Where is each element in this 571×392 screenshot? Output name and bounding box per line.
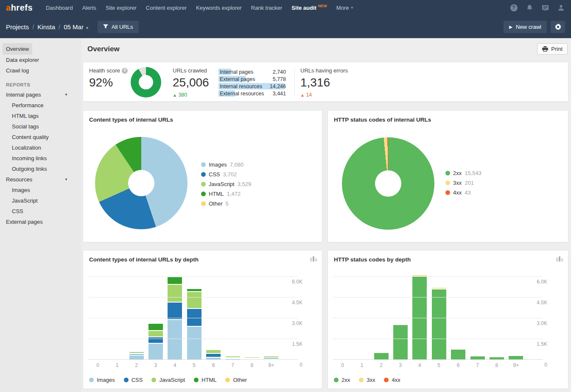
http-codes-donut-chart[interactable] [342,137,434,230]
sidebar-item-performance[interactable]: Performance [0,100,81,111]
legend-dot-icon [89,378,94,382]
bar-depth-9-javascript [263,356,279,358]
main-content: Overview Print Health score? 92% URLs cr… [81,38,571,392]
crawl-date-dropdown[interactable]: 05 Mar▾ [64,23,88,31]
y-axis-label: 4.5K [529,300,547,306]
nav-item-site-explorer[interactable]: Site explorer [101,0,141,15]
gridline [88,339,298,339]
x-axis-label: 1 [116,362,119,368]
legend-dot-icon [201,182,206,186]
sidebar-item-crawl-log[interactable]: Crawl log [0,65,81,76]
settings-gear-button[interactable] [551,21,565,33]
printer-icon [542,46,548,52]
bar-depth-6-javascript [206,350,221,354]
breadcrumb-separator: / [32,23,34,31]
bar-depth-3-javascript [148,331,163,337]
content-types-depth-plot[interactable]: 01.5K3.0K4.5K6.0K [88,270,298,360]
breakdown-row-external-pages: External pages5,778 [220,75,286,83]
x-axis-label: 7 [476,362,479,368]
sidebar-item-content-quality[interactable]: Content quality [0,132,81,142]
help-icon[interactable]: ? [509,3,518,12]
legend-dot-icon [445,181,450,185]
legend-item-other[interactable]: Other [225,377,247,383]
urls-errors-value: 1,316 [300,76,348,89]
summary-stats-card: Health score? 92% URLs crawled 25,006 ▲ … [83,62,568,102]
breadcrumb-project-name[interactable]: Kinsta [37,23,55,31]
sidebar-item-html-tags[interactable]: HTML tags [0,111,81,121]
health-score-value: 92% [89,76,128,89]
sidebar-item-external-pages[interactable]: External pages [0,217,81,227]
legend-item-images[interactable]: Images [89,377,115,383]
legend-item-2xx[interactable]: 2xx15,543 [445,170,481,176]
health-score-help-icon[interactable]: ? [122,68,128,74]
nav-item-alerts[interactable]: Alerts [78,0,101,15]
notifications-bell-icon[interactable] [525,3,534,12]
health-score-donut[interactable] [131,67,161,97]
legend-item-html[interactable]: HTML [194,377,216,383]
sidebar-item-resources[interactable]: Resources▼ [0,174,81,185]
legend-item-4xx[interactable]: 4xx [384,377,400,383]
sidebar-item-social-tags[interactable]: Social tags [0,121,81,132]
nav-item-site-audit[interactable]: Site auditNEW [287,0,332,15]
legend-item-images[interactable]: Images7,080 [201,161,251,168]
new-crawl-button[interactable]: ▶ New crawl [504,21,547,33]
gridline [88,297,298,297]
sidebar-item-internal-pages[interactable]: Internal pages▼ [0,89,81,100]
http-codes-legend: 2xx15,5433xx2014xx43 [445,170,481,196]
legend-dot-icon [201,172,206,177]
x-axis-labels: 0123456789+ [88,362,281,368]
legend-item-3xx[interactable]: 3xx [359,377,375,383]
gridline [333,297,543,297]
sidebar-item-incoming-links[interactable]: Incoming links [0,153,81,164]
gridline [88,276,298,277]
bar-depth-3-html [148,323,163,331]
breadcrumb-separator: / [59,23,60,31]
legend-item-javascript[interactable]: JavaScript3,529 [201,181,251,187]
legend-item-other[interactable]: Other5 [201,200,251,207]
sidebar-item-outgoing-links[interactable]: Outgoing links [0,164,81,174]
sidebar-item-localization[interactable]: Localization [0,142,81,153]
legend-dot-icon [334,378,339,382]
bar-depth-7-javascript [225,356,241,357]
nav-item-more[interactable]: More▾ [332,0,358,15]
nav-item-rank-tracker[interactable]: Rank tracker [246,0,287,15]
x-axis-label: 9+ [513,362,519,368]
all-urls-filter-button[interactable]: All URLs [98,21,139,33]
legend-item-css[interactable]: CSS3,702 [201,171,251,178]
sidebar-item-overview[interactable]: Overview [0,43,81,55]
legend-item-4xx[interactable]: 4xx43 [445,189,481,196]
account-icon[interactable] [557,3,565,12]
health-score-block: Health score? 92% [89,67,128,89]
sidebar-item-data-explorer[interactable]: Data explorer [0,55,81,65]
content-types-donut-chart[interactable] [95,137,188,229]
legend-item-3xx[interactable]: 3xx201 [445,180,481,186]
urls-errors-delta: ▲ 14 [300,92,348,98]
http-codes-depth-plot[interactable]: 01.5K3.0K4.5K6.0K [333,270,543,360]
main-nav: DashboardAlertsSite explorerContent expl… [41,0,358,15]
chart-type-icon[interactable] [556,256,563,261]
nav-item-content-explorer[interactable]: Content explorer [141,0,191,15]
nav-item-keywords-explorer[interactable]: Keywords explorer [191,0,246,15]
sidebar-item-javascript[interactable]: JavaScript [0,195,81,206]
x-axis-labels: 0123456789+ [333,362,526,368]
print-button[interactable]: Print [537,43,568,55]
y-axis-label: 6.0K [529,279,547,285]
triangle-up-icon: ▲ [300,93,305,97]
sidebar-item-images[interactable]: Images [0,185,81,195]
legend-dot-icon [225,378,230,382]
legend-item-javascript[interactable]: JavaScript [151,377,185,383]
legend-dot-icon [201,162,206,167]
legend-item-2xx[interactable]: 2xx [334,377,350,383]
feedback-icon[interactable] [541,3,549,12]
chart-type-icon[interactable] [310,256,317,261]
x-axis-label: 4 [174,362,176,368]
x-axis-label: 9+ [268,362,274,368]
sidebar-item-css[interactable]: CSS [0,206,81,217]
ahrefs-logo[interactable]: ahrefs [6,3,33,13]
chevron-down-icon: ▾ [86,25,88,30]
nav-item-dashboard[interactable]: Dashboard [41,0,78,15]
legend-item-css[interactable]: CSS [124,377,143,383]
breadcrumb-projects[interactable]: Projects [6,23,29,31]
legend-dot-icon [124,378,129,382]
legend-item-html[interactable]: HTML1,472 [201,191,251,197]
